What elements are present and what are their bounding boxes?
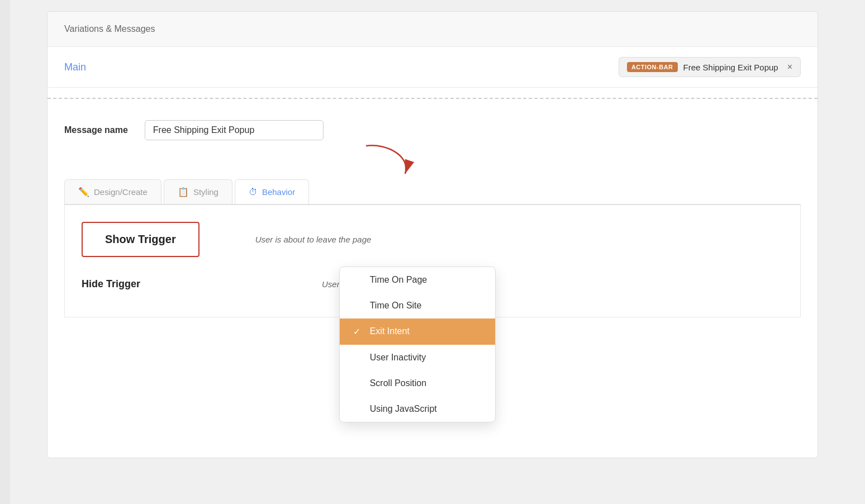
main-row: Main ACTION-BAR Free Shipping Exit Popup… bbox=[47, 47, 818, 88]
action-bar-badge: ACTION-BAR Free Shipping Exit Popup × bbox=[619, 57, 801, 77]
design-icon: ✏️ bbox=[78, 187, 89, 197]
arrow-container bbox=[47, 146, 818, 179]
action-bar-tag: ACTION-BAR bbox=[627, 62, 678, 72]
dropdown-item-user-inactivity-label: User Inactivity bbox=[370, 353, 426, 363]
dropdown-item-scroll-position[interactable]: Scroll Position bbox=[340, 370, 495, 396]
trigger-section: Show Trigger Time On Page Time On Site bbox=[82, 222, 783, 300]
behavior-icon: ⏱ bbox=[249, 187, 258, 197]
dropdown-item-time-on-page-label: Time On Page bbox=[370, 275, 427, 285]
dropdown-item-scroll-position-label: Scroll Position bbox=[370, 378, 426, 388]
dropdown-item-time-on-page[interactable]: Time On Page bbox=[340, 267, 495, 293]
dropdown-item-exit-intent[interactable]: ✓ Exit Intent bbox=[340, 318, 495, 345]
dropdown-item-using-javascript-label: Using JavaScript bbox=[370, 404, 437, 414]
tab-behavior-label: Behavior bbox=[262, 187, 295, 197]
show-trigger-description: User is about to leave the page bbox=[255, 235, 372, 244]
dropdown-item-time-on-site[interactable]: Time On Site bbox=[340, 293, 495, 318]
checkmark-selected: ✓ bbox=[353, 326, 364, 337]
variations-header-title: Variations & Messages bbox=[64, 24, 155, 34]
dropdown-item-time-on-site-label: Time On Site bbox=[370, 301, 422, 311]
show-trigger-button[interactable]: Show Trigger bbox=[82, 222, 199, 257]
dropdown-item-using-javascript[interactable]: Using JavaScript bbox=[340, 396, 495, 422]
content-area: Show Trigger Time On Page Time On Site bbox=[64, 205, 801, 317]
tabs-bar: ✏️ Design/Create 📋 Styling ⏱ Behavior bbox=[64, 179, 801, 205]
show-trigger-row: Show Trigger Time On Page Time On Site bbox=[82, 222, 783, 257]
close-icon[interactable]: × bbox=[787, 62, 792, 72]
hide-trigger-button[interactable]: Hide Trigger bbox=[82, 268, 193, 300]
message-name-label: Message name bbox=[64, 125, 128, 135]
dashed-divider bbox=[47, 98, 818, 99]
sidebar-strip bbox=[0, 0, 10, 504]
message-name-input[interactable] bbox=[145, 120, 324, 140]
styling-icon: 📋 bbox=[178, 187, 189, 197]
arrow-indicator bbox=[355, 140, 422, 179]
main-container: Variations & Messages Main ACTION-BAR Fr… bbox=[47, 11, 818, 458]
message-name-section: Message name bbox=[47, 109, 818, 146]
dropdown-menu: Time On Page Time On Site ✓ Exit Intent bbox=[339, 267, 496, 422]
dropdown-item-exit-intent-label: Exit Intent bbox=[370, 326, 410, 336]
action-bar-text: Free Shipping Exit Popup bbox=[683, 63, 778, 72]
tab-behavior[interactable]: ⏱ Behavior bbox=[235, 179, 309, 204]
variations-header: Variations & Messages bbox=[47, 12, 818, 47]
main-link[interactable]: Main bbox=[64, 61, 86, 73]
dropdown-item-user-inactivity[interactable]: User Inactivity bbox=[340, 345, 495, 370]
tab-styling-label: Styling bbox=[193, 187, 218, 197]
tabs-section: ✏️ Design/Create 📋 Styling ⏱ Behavior Sh… bbox=[47, 179, 818, 317]
tab-styling[interactable]: 📋 Styling bbox=[164, 179, 232, 204]
tab-design-label: Design/Create bbox=[94, 187, 148, 197]
tab-design[interactable]: ✏️ Design/Create bbox=[64, 179, 161, 204]
